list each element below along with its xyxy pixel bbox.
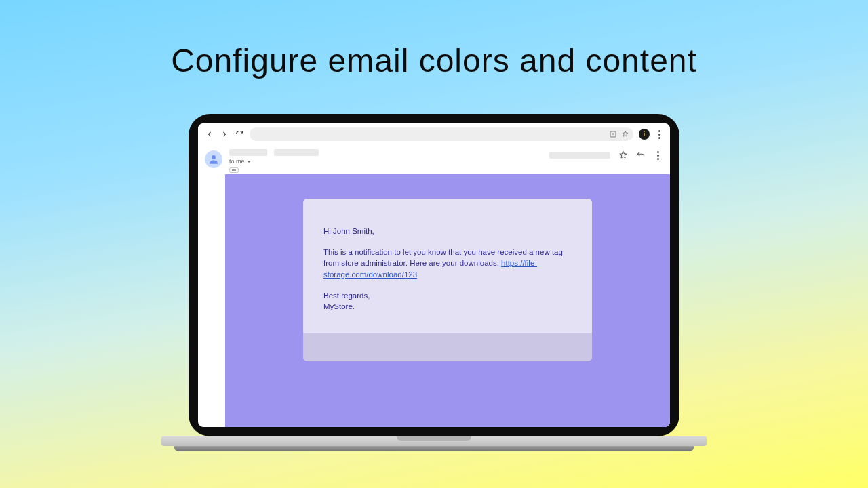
browser-menu-button[interactable] [655, 130, 663, 139]
show-trimmed-button[interactable] [229, 167, 239, 173]
camera-notch [417, 117, 451, 122]
browser-toolbar: i [198, 123, 670, 146]
page-headline: Configure email colors and content [0, 42, 868, 79]
email-body: This is a notification to let you know t… [323, 247, 572, 281]
sender-email-placeholder [274, 149, 319, 156]
laptop-bezel: i to me [189, 114, 679, 436]
back-button[interactable] [205, 129, 214, 139]
reply-button[interactable] [636, 150, 646, 160]
recipient-label: to me [229, 158, 245, 165]
laptop-mockup: i to me [189, 114, 679, 453]
email-signoff-line1: Best regards, [323, 290, 572, 302]
profile-avatar[interactable]: i [639, 129, 650, 140]
timestamp-placeholder [549, 152, 610, 159]
sender-avatar[interactable] [205, 150, 222, 168]
sender-name-placeholder [229, 149, 267, 156]
email-card-content: Hi John Smith, This is a notification to… [303, 199, 592, 333]
sender-column: to me [229, 149, 542, 173]
install-icon[interactable] [609, 130, 617, 138]
email-background: Hi John Smith, This is a notification to… [225, 174, 670, 427]
email-more-button[interactable] [654, 151, 662, 160]
laptop-base [161, 436, 707, 453]
email-actions [549, 150, 662, 160]
laptop-screen: i to me [198, 123, 670, 427]
forward-button[interactable] [220, 129, 229, 139]
email-greeting: Hi John Smith, [323, 226, 572, 237]
chevron-down-icon [247, 161, 251, 163]
email-header-row: to me [198, 146, 670, 174]
sender-name-row [229, 149, 542, 156]
reload-button[interactable] [235, 129, 244, 139]
bookmark-star-icon[interactable] [621, 130, 629, 138]
email-body-wrap: Hi John Smith, This is a notification to… [198, 174, 670, 427]
recipient-row[interactable]: to me [229, 158, 542, 165]
email-signoff-line2: MyStore. [323, 301, 572, 312]
address-bar[interactable] [250, 127, 633, 141]
svg-point-1 [212, 155, 216, 159]
email-card: Hi John Smith, This is a notification to… [303, 199, 592, 361]
email-card-footer [303, 333, 592, 361]
star-button[interactable] [618, 150, 628, 160]
